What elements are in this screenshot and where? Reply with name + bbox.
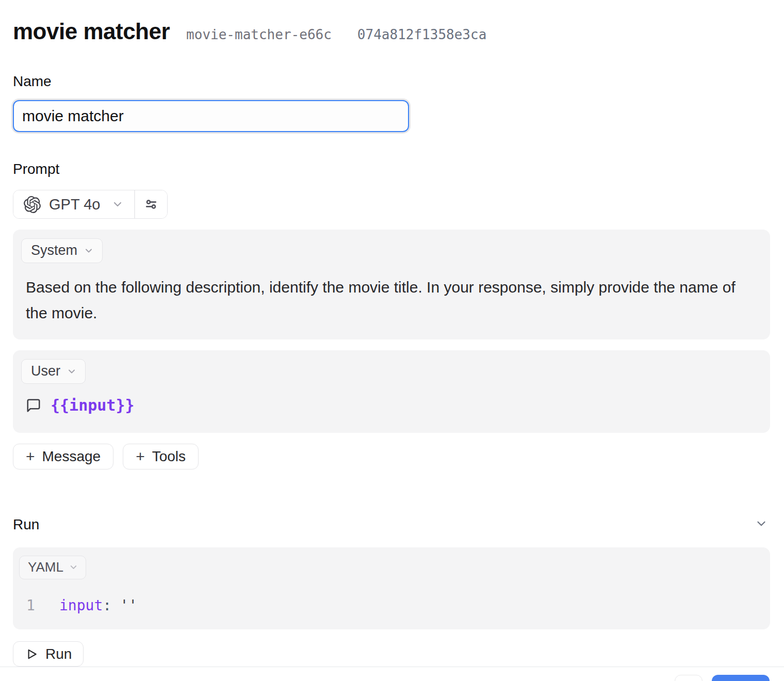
model-name-label: GPT 4o [49,196,100,213]
openai-logo-icon [24,196,41,213]
run-section-header: Run [13,515,770,534]
name-label: Name [13,73,770,90]
language-dropdown[interactable]: YAML [19,556,86,579]
user-role-dropdown[interactable]: User [21,359,86,384]
run-button[interactable]: Run [13,641,84,667]
prompt-slug: movie-matcher-e66c [186,27,332,42]
system-message-text[interactable]: Based on the following description, iden… [26,274,754,326]
run-label: Run [13,516,39,533]
prompt-editor-page: movie matcher movie-matcher-e66c 074a812… [0,0,784,681]
system-role-dropdown[interactable]: System [21,238,103,263]
add-message-label: Message [42,448,101,465]
plus-icon: + [136,449,145,464]
user-role-label: User [31,363,60,379]
page-title: movie matcher [13,19,170,44]
collapse-run-button[interactable] [753,515,770,534]
input-variable-token: {{input}} [51,396,135,414]
chevron-down-icon [67,366,77,377]
code-content: input:'' [59,597,137,614]
delete-button[interactable] [675,675,703,681]
main-content: movie matcher movie-matcher-e66c 074a812… [0,0,784,667]
yaml-value: '' [120,597,137,614]
plus-icon: + [26,449,35,464]
model-select-button[interactable]: GPT 4o [13,190,134,218]
footer-bar: Save [0,667,784,681]
language-label: YAML [28,559,63,575]
user-message-content[interactable]: {{input}} [26,396,758,414]
prompt-label: Prompt [13,161,770,177]
run-input-editor-card: YAML 1 input:'' [13,547,770,629]
add-tools-button[interactable]: + Tools [123,444,199,469]
message-bubble-icon [26,398,41,413]
user-message-card: User {{input}} [13,350,770,433]
chevron-down-icon [69,562,78,572]
play-icon [25,647,38,661]
yaml-key: input [59,597,103,614]
system-role-label: System [31,242,77,258]
yaml-code-line[interactable]: 1 input:'' [19,597,758,614]
chevron-down-icon [84,246,94,256]
system-message-card: System Based on the following descriptio… [13,230,770,339]
chevron-down-icon [111,198,124,210]
add-tools-label: Tools [152,448,186,465]
prompt-actions: + Message + Tools [13,444,770,469]
chevron-down-icon [755,517,768,530]
model-selector-group: GPT 4o [13,190,168,219]
version-hash: 074a812f1358e3ca [357,27,486,42]
add-message-button[interactable]: + Message [13,444,113,469]
run-button-label: Run [45,646,72,662]
yaml-colon: : [103,597,111,614]
sliders-icon [143,197,159,212]
save-button[interactable]: Save [712,675,770,681]
line-number: 1 [19,597,39,614]
header: movie matcher movie-matcher-e66c 074a812… [13,19,770,44]
name-input[interactable] [13,100,409,132]
model-settings-button[interactable] [135,190,167,218]
